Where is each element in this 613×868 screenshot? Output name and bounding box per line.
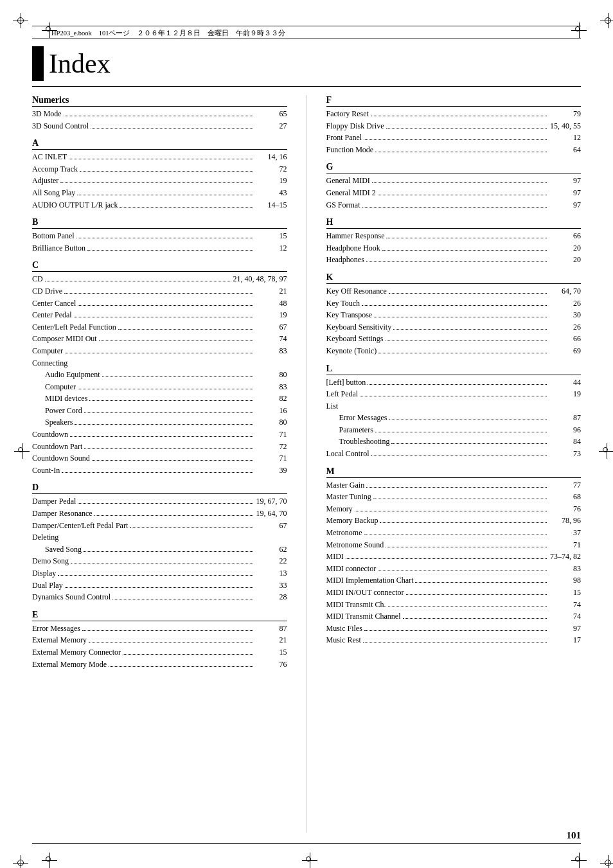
header-meta: HP203_e.book 101ページ ２０６年１２月８日 金曜日 午前９時３３… — [51, 29, 285, 38]
index-entry: Countdown Part72 — [32, 441, 287, 453]
index-entry: MIDI devices82 — [32, 393, 287, 405]
entry-label: Audio Equipment — [45, 369, 100, 381]
entry-label: Metronome Sound — [326, 539, 384, 551]
index-entry: Bottom Panel15 — [32, 230, 287, 242]
index-entry: External Memory Mode76 — [32, 659, 287, 671]
index-entry: General MIDI 297 — [326, 187, 582, 199]
entry-page: 15, 40, 55 — [549, 120, 581, 132]
left-column: Numerics3D Mode653D Sound Control27AAC I… — [32, 95, 287, 833]
entry-label: CD — [32, 273, 43, 285]
section-heading-D: D — [32, 483, 287, 494]
index-entry: Center Cancel48 — [32, 297, 287, 310]
entry-label: Headphones — [326, 254, 364, 266]
entry-page: 84 — [549, 436, 581, 448]
right-column: FFactory Reset79Floppy Disk Drive15, 40,… — [326, 95, 582, 833]
entry-page: 66 — [549, 230, 581, 242]
entry-page: 97 — [549, 175, 581, 187]
entry-label: MIDI connector — [326, 563, 377, 575]
index-entry: Keyboard Settings66 — [326, 333, 582, 345]
index-entry: Key Off Resonance64, 70 — [326, 285, 582, 297]
top-border — [32, 26, 581, 26]
entry-page: 80 — [255, 369, 287, 381]
index-entry: List — [326, 400, 582, 412]
index-entry: Factory Reset79 — [326, 108, 582, 120]
entry-label: GS Format — [326, 199, 360, 211]
index-entry: Deleting — [32, 531, 287, 544]
entry-label: MIDI — [326, 551, 344, 563]
entry-page: 74 — [549, 610, 581, 623]
entry-page: 76 — [549, 503, 581, 515]
entry-page: 19, 67, 70 — [255, 495, 287, 508]
entry-label: Computer — [32, 345, 63, 357]
entry-page: 21 — [255, 634, 287, 646]
entry-page: 73 — [549, 448, 581, 460]
index-entry: Accomp Track72 — [32, 163, 287, 175]
index-entry: CD Drive21 — [32, 285, 287, 297]
entry-page: 15 — [255, 646, 287, 659]
index-entry: Audio Equipment80 — [32, 369, 287, 381]
entry-label: Memory — [326, 503, 353, 515]
index-entry: Hammer Response66 — [326, 230, 582, 242]
entry-page: 67 — [255, 321, 287, 333]
entry-label: MIDI Transmit Channel — [326, 610, 401, 623]
index-entry: Metronome Sound71 — [326, 539, 582, 551]
section-heading-numerics: Numerics — [32, 95, 287, 107]
entry-page: 39 — [255, 465, 287, 477]
page-title: Index — [49, 46, 111, 81]
title-divider — [32, 86, 581, 87]
index-entry: Damper/Center/Left Pedal Part67 — [32, 520, 287, 532]
entry-label: Local Control — [326, 448, 369, 460]
entry-page: 64 — [549, 144, 581, 156]
entry-page: 87 — [255, 623, 287, 635]
entry-label: MIDI IN/OUT connector — [326, 587, 404, 599]
index-entry: Error Messages87 — [32, 623, 287, 635]
entry-label: MIDI Implementation Chart — [326, 574, 414, 587]
index-entry: Center Pedal19 — [32, 309, 287, 321]
entry-page: 19 — [549, 388, 581, 400]
entry-label: Music Files — [326, 623, 362, 635]
entry-label: 3D Mode — [32, 108, 62, 120]
entry-label: Keynote (Tonic) — [326, 345, 377, 357]
index-entry: Memory76 — [326, 503, 582, 515]
entry-label: Memory Backup — [326, 515, 378, 527]
entry-label: AC INLET — [32, 151, 67, 163]
title-black-block — [32, 46, 44, 81]
entry-label: MIDI Transmit Ch. — [326, 599, 386, 611]
index-entry: MIDI IN/OUT connector15 — [326, 587, 582, 599]
index-entry: [Left] button44 — [326, 376, 582, 389]
entry-page: 21 — [255, 285, 287, 297]
entry-label: Adjuster — [32, 175, 58, 187]
section-heading-B: B — [32, 217, 287, 229]
header-bottom-line — [32, 39, 581, 39]
entry-page: 67 — [255, 520, 287, 532]
entry-label: Accomp Track — [32, 163, 78, 175]
entry-label: Error Messages — [32, 623, 80, 635]
entry-page: 14, 16 — [255, 151, 287, 163]
entry-label: Front Panel — [326, 132, 362, 144]
index-entry: Speakers80 — [32, 416, 287, 429]
index-entry: AC INLET14, 16 — [32, 151, 287, 163]
entry-page: 71 — [255, 429, 287, 441]
entry-label: Power Cord — [45, 405, 82, 417]
entry-page: 74 — [549, 599, 581, 611]
index-entry: Damper Pedal19, 67, 70 — [32, 495, 287, 508]
entry-page: 28 — [255, 591, 287, 603]
entry-label: Center Cancel — [32, 297, 76, 310]
index-entry: Key Touch26 — [326, 297, 582, 310]
entry-label: Damper Resonance — [32, 508, 93, 520]
entry-label: Troubleshooting — [339, 436, 390, 448]
entry-page: 78, 96 — [549, 515, 581, 527]
section-heading-K: K — [326, 272, 582, 284]
index-entry: Computer83 — [32, 381, 287, 393]
entry-page: 66 — [549, 333, 581, 345]
column-divider — [306, 95, 307, 833]
index-entry: 3D Mode65 — [32, 108, 287, 120]
index-entry: Brilliance Button12 — [32, 242, 287, 254]
entry-label: Saved Song — [45, 544, 82, 556]
entry-page: 65 — [255, 108, 287, 120]
entry-label: Connecting — [32, 357, 67, 369]
entry-page: 13 — [255, 567, 287, 580]
index-entry: Front Panel12 — [326, 132, 582, 144]
entry-label: External Memory Connector — [32, 646, 121, 659]
entry-label: AUDIO OUTPUT L/R jack — [32, 199, 118, 211]
